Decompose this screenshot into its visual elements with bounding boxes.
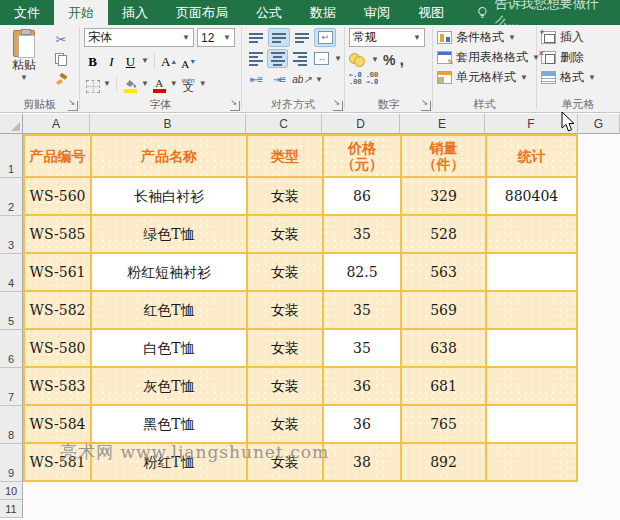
borders-button[interactable] — [84, 75, 101, 93]
row-header-11[interactable]: 11 — [0, 500, 23, 518]
row-header-6[interactable]: 6 — [0, 330, 23, 368]
column-header-C[interactable]: C — [246, 114, 322, 134]
table-cell[interactable]: 灰色T恤 — [92, 368, 246, 404]
row-header-3[interactable]: 3 — [0, 216, 23, 254]
column-header-A[interactable]: A — [23, 114, 90, 134]
table-cell[interactable]: 36 — [324, 368, 400, 404]
fill-color-button[interactable] — [122, 75, 139, 93]
conditional-formatting-button[interactable]: 条件格式 ▼ — [437, 28, 534, 47]
column-header-E[interactable]: E — [400, 114, 485, 134]
column-header-D[interactable]: D — [322, 114, 400, 134]
table-cell[interactable]: 女装 — [248, 368, 322, 404]
table-cell[interactable]: 638 — [402, 330, 485, 366]
ribbon-tab-1[interactable]: 开始 — [54, 0, 108, 25]
table-cell[interactable] — [487, 254, 576, 290]
table-cell[interactable]: 35 — [324, 216, 400, 252]
insert-cells-button[interactable]: 插入 — [541, 28, 617, 47]
table-cell[interactable] — [487, 406, 576, 442]
table-header-cell[interactable]: 产品编号 — [25, 136, 90, 176]
chevron-down-icon[interactable]: ▼ — [141, 57, 149, 65]
row-header-7[interactable]: 7 — [0, 368, 23, 406]
ribbon-tab-4[interactable]: 公式 — [242, 0, 296, 25]
table-cell[interactable]: WS-583 — [25, 368, 90, 404]
tell-me-box[interactable]: 告诉我您想要做什么... — [476, 0, 620, 25]
delete-cells-button[interactable]: 删除 — [541, 48, 617, 67]
table-header-cell[interactable]: 产品名称 — [92, 136, 246, 176]
phonetic-guide-button[interactable]: wén 文 — [180, 75, 197, 93]
align-top-button[interactable] — [246, 29, 266, 46]
table-header-cell[interactable]: 类型 — [248, 136, 322, 176]
table-cell[interactable]: 女装 — [248, 216, 322, 252]
table-cell[interactable]: 黑色T恤 — [92, 406, 246, 442]
wrap-text-button[interactable]: ↩ — [315, 29, 335, 46]
table-cell[interactable]: WS-561 — [25, 254, 90, 290]
row-header-9[interactable]: 9 — [0, 444, 23, 482]
table-cell[interactable] — [487, 292, 576, 328]
accounting-format-button[interactable] — [349, 53, 367, 67]
table-cell[interactable] — [487, 330, 576, 366]
format-as-table-button[interactable]: 套用表格格式 ▼ — [437, 48, 534, 67]
italic-button[interactable]: I — [103, 52, 120, 70]
bold-button[interactable]: B — [84, 52, 101, 70]
table-cell[interactable]: 36 — [324, 406, 400, 442]
row-header-4[interactable]: 4 — [0, 254, 23, 292]
comma-style-button[interactable]: , — [399, 55, 403, 65]
table-cell[interactable]: WS-582 — [25, 292, 90, 328]
table-cell[interactable]: 681 — [402, 368, 485, 404]
cell-styles-button[interactable]: 单元格样式 ▼ — [437, 68, 534, 87]
table-cell[interactable]: 880404 — [487, 178, 576, 214]
table-cell[interactable]: 892 — [402, 444, 485, 480]
align-right-button[interactable] — [290, 50, 309, 67]
ribbon-tab-0[interactable]: 文件 — [0, 0, 54, 25]
increase-font-size-button[interactable]: A▲ — [160, 52, 178, 70]
table-cell[interactable]: WS-584 — [25, 406, 90, 442]
align-center-button[interactable] — [268, 50, 287, 67]
table-cell[interactable]: 女装 — [248, 178, 322, 214]
table-header-cell[interactable]: 销量 （件） — [402, 136, 485, 176]
decrease-font-size-button[interactable]: A▼ — [180, 52, 197, 70]
clipboard-dialog-launcher[interactable] — [68, 101, 78, 111]
chevron-down-icon[interactable]: ▼ — [170, 80, 178, 88]
row-header-8[interactable]: 8 — [0, 406, 23, 444]
table-cell[interactable]: 765 — [402, 406, 485, 442]
decrease-decimal-button[interactable]: .00→.0 — [366, 72, 379, 86]
table-header-cell[interactable]: 价格 （元） — [324, 136, 400, 176]
table-cell[interactable]: 35 — [324, 292, 400, 328]
ribbon-tab-6[interactable]: 审阅 — [350, 0, 404, 25]
ribbon-tab-2[interactable]: 插入 — [108, 0, 162, 25]
increase-indent-button[interactable]: ⇥≡ — [269, 71, 289, 88]
table-cell[interactable]: 女装 — [248, 330, 322, 366]
row-header-10[interactable]: 10 — [0, 482, 23, 500]
table-cell[interactable]: 红色T恤 — [92, 292, 246, 328]
table-cell[interactable]: 569 — [402, 292, 485, 328]
align-middle-button[interactable] — [269, 29, 289, 46]
table-cell[interactable]: 82.5 — [324, 254, 400, 290]
format-cells-button[interactable]: 格式 ▼ — [541, 68, 617, 87]
ribbon-tab-3[interactable]: 页面布局 — [162, 0, 242, 25]
align-bottom-button[interactable] — [292, 29, 312, 46]
chevron-down-icon[interactable]: ▼ — [141, 80, 149, 88]
cut-button[interactable]: ✂ — [48, 31, 74, 48]
font-dialog-launcher[interactable] — [230, 101, 240, 111]
percent-style-button[interactable]: % — [383, 52, 395, 68]
align-left-button[interactable] — [246, 50, 265, 67]
column-header-B[interactable]: B — [90, 114, 246, 134]
chevron-down-icon[interactable]: ▼ — [103, 80, 111, 88]
table-cell[interactable]: WS-580 — [25, 330, 90, 366]
column-header-G[interactable]: G — [578, 114, 620, 134]
table-cell[interactable]: 86 — [324, 178, 400, 214]
table-header-cell[interactable]: 统计 — [487, 136, 576, 176]
table-cell[interactable]: 长袖白衬衫 — [92, 178, 246, 214]
ribbon-tab-7[interactable]: 视图 — [404, 0, 458, 25]
format-painter-button[interactable] — [48, 71, 74, 88]
number-format-combobox[interactable]: 常规 ▼ — [349, 28, 425, 47]
chevron-down-icon[interactable]: ▼ — [334, 55, 342, 63]
font-name-combobox[interactable]: 宋体 ▼ — [84, 28, 194, 47]
table-cell[interactable]: 绿色T恤 — [92, 216, 246, 252]
chevron-down-icon[interactable]: ▼ — [315, 76, 323, 84]
merge-center-button[interactable]: ↔ — [312, 50, 331, 67]
font-color-button[interactable]: A — [151, 75, 168, 93]
table-cell[interactable]: 白色T恤 — [92, 330, 246, 366]
table-cell[interactable]: 女装 — [248, 292, 322, 328]
ribbon-tab-5[interactable]: 数据 — [296, 0, 350, 25]
